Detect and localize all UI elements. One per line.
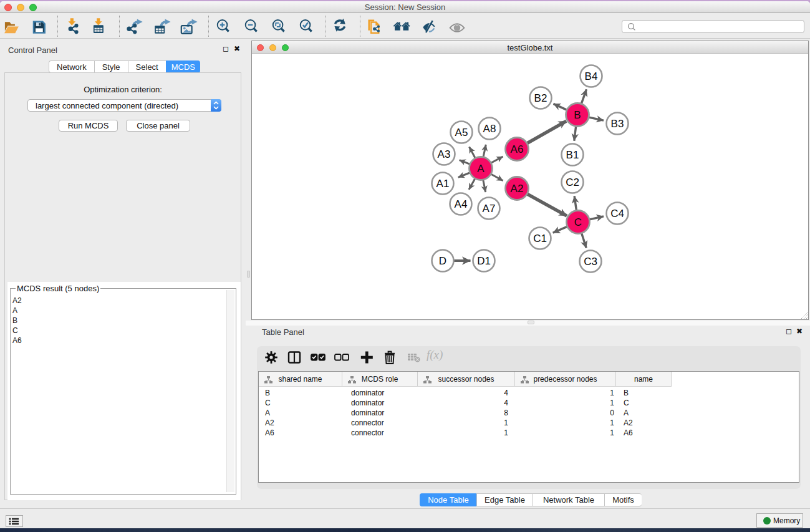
svg-text:D: D (439, 255, 446, 267)
svg-text:C: C (574, 216, 582, 228)
svg-text:C1: C1 (533, 233, 547, 244)
svg-text:B2: B2 (534, 92, 547, 104)
svg-text:D1: D1 (477, 255, 491, 267)
svg-text:A5: A5 (455, 127, 468, 138)
svg-text:A2: A2 (511, 183, 524, 195)
svg-text:A4: A4 (455, 198, 468, 210)
svg-text:C4: C4 (610, 208, 624, 220)
svg-text:A7: A7 (483, 203, 496, 215)
svg-text:B1: B1 (566, 149, 579, 161)
svg-text:A3: A3 (438, 148, 451, 160)
svg-text:C3: C3 (584, 256, 597, 268)
svg-text:B3: B3 (611, 118, 624, 130)
svg-text:B: B (574, 109, 581, 121)
svg-text:C2: C2 (566, 177, 579, 188)
svg-text:A8: A8 (483, 123, 496, 135)
svg-text:A6: A6 (511, 143, 524, 155)
svg-text:A: A (477, 163, 485, 175)
svg-text:B4: B4 (585, 70, 598, 82)
svg-text:A1: A1 (436, 178, 450, 190)
